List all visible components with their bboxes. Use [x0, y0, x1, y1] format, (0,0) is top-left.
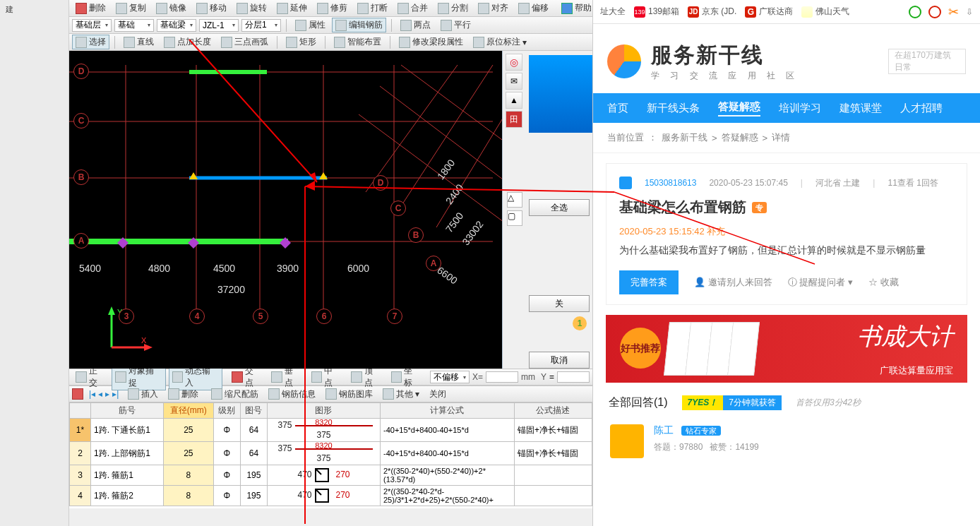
cell-desc[interactable]: 锚固+净长+锚固: [514, 442, 592, 465]
arc3-btn[interactable]: 三点画弧: [217, 35, 272, 49]
align-btn[interactable]: 对齐: [474, 1, 512, 16]
cell-shape[interactable]: 3753758320: [267, 419, 380, 442]
site-logo[interactable]: [607, 44, 641, 78]
smart-btn[interactable]: 智能布置: [330, 35, 385, 49]
rect-btn[interactable]: 矩形: [282, 35, 320, 49]
invite-btn[interactable]: 👤 邀请别人来回答: [694, 276, 772, 289]
delete-row-btn[interactable]: 删除: [165, 387, 202, 402]
answerer-name[interactable]: 陈工: [654, 424, 674, 436]
parallel-btn[interactable]: 平行: [437, 18, 474, 32]
search-input[interactable]: 在超170万建筑日常: [888, 49, 966, 74]
sidebar-item[interactable]: 建: [3, 3, 66, 16]
cell-formula[interactable]: 2*((350-2*40)+(550-2*40))+2*(13.57*d): [380, 465, 514, 486]
scissors-icon[interactable]: ✂: [948, 4, 959, 20]
props-btn[interactable]: 属性: [292, 18, 329, 32]
th-grade[interactable]: 级别: [213, 403, 240, 419]
nav-home[interactable]: 首页: [607, 102, 628, 115]
lib-btn[interactable]: 钢筋图库: [322, 387, 376, 402]
nav-qa[interactable]: 答疑解惑: [718, 100, 760, 116]
nav-last[interactable]: ▸|: [112, 389, 119, 399]
th-shape[interactable]: 图形: [267, 403, 380, 419]
y-input[interactable]: [557, 371, 590, 383]
x-input[interactable]: [486, 371, 518, 383]
cell-desc[interactable]: [514, 465, 592, 486]
modify-btn[interactable]: 修改梁段属性: [395, 35, 467, 49]
avatar[interactable]: [610, 424, 644, 458]
bm-gld[interactable]: G广联达商: [745, 6, 793, 18]
nav-first[interactable]: |◂: [89, 389, 95, 399]
cell-grade[interactable]: Φ: [213, 419, 240, 442]
nav-job[interactable]: 人才招聘: [900, 102, 943, 115]
mirror-btn[interactable]: 镜像: [153, 1, 190, 16]
th-formula[interactable]: 计算公式: [380, 403, 514, 419]
close-btn[interactable]: 关: [529, 295, 590, 312]
offset-dropdown[interactable]: 不偏移▾: [430, 371, 470, 383]
cell-shape[interactable]: 470270: [267, 486, 380, 506]
bm-jd[interactable]: JD京东 (JD.: [688, 6, 736, 18]
select-all-btn[interactable]: 全选: [529, 199, 590, 216]
th-diam[interactable]: 直径(mm): [164, 403, 214, 419]
move-btn[interactable]: 移动: [193, 1, 230, 16]
layer-dropdown[interactable]: 分层1▾: [241, 19, 281, 32]
drawing-viewport[interactable]: Y X D C B A 3 4 5 6 7 D C B A 4 3 2 1 54…: [69, 51, 592, 369]
tool-icon[interactable]: 田: [506, 111, 522, 128]
trim-btn[interactable]: 修剪: [313, 1, 351, 16]
cell-desc[interactable]: [514, 486, 592, 506]
box-icon[interactable]: ▢: [507, 210, 522, 226]
cell-name[interactable]: 1跨. 箍筋2: [91, 486, 164, 506]
user-id[interactable]: 15030818613: [645, 178, 696, 188]
cell-shape[interactable]: 3753758320: [267, 442, 380, 465]
arrow-up-icon[interactable]: △: [507, 192, 522, 208]
cell-name[interactable]: 1跨. 下通长筋1: [91, 419, 164, 442]
copy-btn[interactable]: 复制: [112, 1, 150, 16]
offset-btn[interactable]: 偏移: [515, 1, 552, 16]
beam-dropdown[interactable]: 基础梁▾: [157, 19, 196, 32]
table-row[interactable]: 4 1跨. 箍筋2 8 Φ 195 470270 2*((350-2*40-2*…: [70, 486, 592, 506]
insert-btn[interactable]: 插入: [124, 387, 162, 402]
two-point-btn[interactable]: 两点: [397, 18, 434, 32]
close-table-btn[interactable]: 关闭: [426, 387, 450, 402]
cell-shapeno[interactable]: 195: [240, 486, 267, 506]
cell-grade[interactable]: Φ: [213, 486, 240, 506]
cell-desc[interactable]: 锚固+净长+锚固: [514, 419, 592, 442]
bc-home[interactable]: 服务新干线: [662, 131, 707, 144]
bm-daquan[interactable]: 址大全: [600, 6, 626, 18]
bm-139[interactable]: 139139邮箱: [634, 6, 679, 18]
type-dropdown[interactable]: 基础▾: [114, 19, 154, 32]
nav-prev[interactable]: ◂: [98, 389, 102, 399]
cell-diam[interactable]: 25: [164, 419, 214, 442]
weibo-icon[interactable]: ◎: [506, 54, 522, 71]
wechat-icon[interactable]: [909, 6, 921, 18]
th-desc[interactable]: 公式描述: [514, 403, 592, 419]
ad-banner[interactable]: 好书推荐 书成大计 广联达算量应用宝: [606, 315, 967, 383]
cell-diam[interactable]: 8: [164, 486, 214, 506]
cell-grade[interactable]: Φ: [213, 442, 240, 465]
cell-formula[interactable]: -40+15*d+8400-40+15*d: [380, 442, 514, 465]
help-btn[interactable]: 帮助: [558, 1, 592, 16]
table-row[interactable]: 1* 1跨. 下通长筋1 25 Φ 64 3753758320 -40+15*d…: [70, 419, 592, 442]
cell-grade[interactable]: Φ: [213, 465, 240, 486]
th-name[interactable]: 筋号: [91, 403, 164, 419]
cell-name[interactable]: 1跨. 上部钢筋1: [91, 442, 164, 465]
download-icon[interactable]: ⇩: [966, 7, 973, 17]
cell-shape[interactable]: 470270: [267, 465, 380, 486]
extend-btn[interactable]: 延伸: [273, 1, 311, 16]
other-btn[interactable]: 其他▾: [379, 387, 423, 402]
bc-qa[interactable]: 答疑解惑: [722, 131, 758, 144]
cell-formula[interactable]: 2*((350-2*40-2*d-25)/3*1+2*d+25)+2*(550-…: [380, 486, 514, 506]
rotate-btn[interactable]: 旋转: [233, 1, 270, 16]
table-row[interactable]: 2 1跨. 上部钢筋1 25 Φ 64 3753758320 -40+15*d+…: [70, 442, 592, 465]
table-row[interactable]: 3 1跨. 箍筋1 8 Φ 195 470270 2*((350-2*40)+(…: [70, 465, 592, 486]
remind-btn[interactable]: ⓘ 提醒提问者 ▾: [788, 276, 853, 289]
split-btn[interactable]: 分割: [434, 1, 472, 16]
merge-btn[interactable]: 合并: [394, 1, 431, 16]
cancel-btn[interactable]: 取消: [529, 352, 590, 369]
cell-diam[interactable]: 25: [164, 442, 214, 465]
cell-shapeno[interactable]: 64: [240, 419, 267, 442]
up-icon[interactable]: ▲: [506, 92, 522, 109]
cell-formula[interactable]: -40+15*d+8400-40+15*d: [380, 419, 514, 442]
floor-dropdown[interactable]: 基础层▾: [72, 19, 112, 32]
cell-shapeno[interactable]: 195: [240, 465, 267, 486]
arc-len-btn[interactable]: 点加长度: [160, 35, 215, 49]
favorite-btn[interactable]: ☆ 收藏: [868, 276, 899, 289]
